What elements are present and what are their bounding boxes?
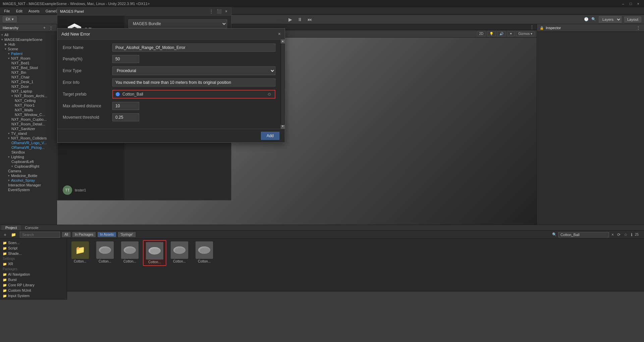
refresh-btn[interactable]: ⟳ (616, 232, 622, 237)
search-input[interactable] (20, 232, 60, 238)
hier-orama-logo[interactable]: ORamaVR_Logo_V... (0, 140, 57, 145)
hier-nxt-cupboard[interactable]: NXT_Room_Cupbo... (0, 117, 57, 122)
hier-nxt-bed-stool[interactable]: NXT_Bed_Stool (0, 65, 57, 70)
hier-cupboard-left[interactable]: CupboardLeft (0, 159, 57, 164)
tree-scripts[interactable]: 📁 Script (0, 245, 67, 251)
layout-dropdown[interactable]: Layout (624, 16, 641, 22)
mages-panel-close-btn[interactable]: × (224, 9, 228, 14)
hier-interaction-manager[interactable]: Interaction Manager (0, 183, 57, 187)
penalty-input[interactable] (112, 55, 139, 63)
error-info-input[interactable] (112, 78, 275, 87)
filter-syringe[interactable]: 'Syringe' (118, 232, 136, 237)
hier-skinbox[interactable]: SkinBox (0, 150, 57, 155)
hier-nxt-desk1[interactable]: NXT_Desk_1 (0, 79, 57, 84)
movement-threshold-input[interactable] (112, 113, 139, 121)
tree-input-system[interactable]: 📁 Input System (0, 293, 67, 298)
hier-nxt-walls[interactable]: NXT_Walls (0, 108, 57, 112)
hier-nxt-detail[interactable]: NXT_Room_Detail... (0, 122, 57, 126)
hier-nxt-laptop[interactable]: NXT_Laptop (0, 89, 57, 94)
cotton-ball-input[interactable] (558, 232, 609, 237)
tree-burst[interactable]: 📁 Burst (0, 277, 67, 282)
hier-camera[interactable]: Camera (0, 169, 57, 173)
hier-nxt-room[interactable]: ▾ NXT_Room (0, 56, 57, 61)
play-button[interactable]: ▶ (287, 17, 293, 22)
hier-lighting[interactable]: ▾ Lighting (0, 155, 57, 159)
hier-nxt-colliders[interactable]: ▾ NXT_Room_Colliders (0, 136, 57, 140)
dialog-scrollbar[interactable]: ▲ ▼ (281, 40, 285, 129)
hier-hub[interactable]: ▶ Hub (0, 42, 57, 47)
hier-nxt-sanitizer[interactable]: NXT_Sanitizer (0, 126, 57, 131)
scroll-thumb[interactable] (281, 44, 284, 124)
close-btn[interactable]: × (635, 2, 641, 6)
hier-all[interactable]: ▾ All (0, 33, 57, 37)
tree-xr[interactable]: 📁 XR (0, 261, 67, 267)
hier-nxt-room-archi[interactable]: ▾ NXT_Room_Archi... (0, 94, 57, 98)
menu-assets[interactable]: Assets (26, 8, 42, 14)
tree-ai-nav[interactable]: 📁 AI Navigation (0, 272, 67, 277)
mages-panel-menu-btn[interactable]: ⋮ (208, 9, 214, 14)
gizmos-btn[interactable]: Gizmos ▾ (516, 31, 535, 36)
menu-file[interactable]: File (1, 8, 13, 14)
asset-folder[interactable]: 📁 Cotton... (68, 240, 92, 266)
hier-nxt-door[interactable]: NXT_Door (0, 84, 57, 89)
add-asset-btn[interactable]: + (3, 232, 7, 237)
hierarchy-menu-btn[interactable]: ⋮ (48, 25, 54, 30)
title-bar-controls[interactable]: – □ × (620, 2, 641, 6)
layers-dropdown[interactable]: Layers (599, 16, 622, 23)
scroll-down[interactable]: ▼ (281, 125, 285, 129)
bundle-select[interactable]: MAGES Bundle (128, 19, 227, 28)
audio-btn[interactable]: 🔊 (497, 31, 506, 36)
hier-scene[interactable]: ▾ Scene (0, 47, 57, 51)
inspector-menu-btn[interactable]: ⋮ (635, 25, 641, 30)
hier-nxt-chair[interactable]: NXT_Chair (0, 75, 57, 79)
asset-cotton-3[interactable]: Cotton... (168, 240, 191, 266)
hier-nxt-bed1[interactable]: NXT_Bed1 (0, 61, 57, 65)
filter-in-packages[interactable]: In Packages (72, 232, 96, 237)
fx-btn[interactable]: ✦ (507, 31, 515, 36)
hier-orama-pictog[interactable]: ORamaVR_Pictog... (0, 145, 57, 150)
error-type-select[interactable]: Procedural (112, 66, 275, 75)
account-dropdown[interactable]: EK ▾ (3, 16, 17, 22)
step-button[interactable]: ⏭ (306, 17, 314, 22)
hier-nxt-floor1[interactable]: NXT_Floor1 (0, 103, 57, 108)
hier-alcohol-spray[interactable]: ▾ Alcohol_Spray (0, 178, 57, 183)
pause-button[interactable]: ⏸ (296, 17, 304, 22)
hier-cupboard-right[interactable]: ▾ CupboardRight (0, 164, 57, 169)
lighting-btn[interactable]: 💡 (487, 31, 496, 36)
star-btn[interactable]: ☆ (623, 232, 629, 237)
hier-nxt-ceiling[interactable]: NXT_Ceiling (0, 98, 57, 103)
hier-patient[interactable]: ▾ Patient (0, 51, 57, 56)
hier-nxt-window[interactable]: NXT_Window_C... (0, 112, 57, 117)
hier-scene-root[interactable]: ▾ MAGESExampleScene (0, 37, 57, 42)
hier-tv-stand[interactable]: ▾ TV_stand (0, 131, 57, 136)
tree-core-rp[interactable]: 📁 Core RP Library (0, 282, 67, 288)
clear-search-btn[interactable]: × (610, 232, 615, 237)
tab-project[interactable]: Project (1, 225, 21, 230)
maximize-btn[interactable]: □ (628, 2, 634, 6)
target-prefab-picker-btn[interactable]: ⊙ (267, 92, 272, 97)
asset-cotton-2[interactable]: Cotton... (143, 240, 166, 266)
hier-nxt-bin[interactable]: NXT_Bin (0, 70, 57, 75)
hier-event-system[interactable]: EventSystem (0, 187, 57, 192)
hierarchy-add-btn[interactable]: + (42, 25, 47, 30)
asset-cotton-1[interactable]: Cotton... (118, 240, 142, 266)
mages-panel-collapse-btn[interactable]: ⬛ (216, 9, 223, 14)
scroll-up[interactable]: ▲ (281, 40, 285, 44)
dialog-close-btn[interactable]: × (278, 31, 281, 37)
max-distance-input[interactable] (112, 102, 139, 110)
folder-btn[interactable]: 📁 (10, 232, 17, 237)
filter-in-assets[interactable]: In Assets (98, 232, 116, 237)
error-name-input[interactable] (112, 44, 275, 52)
tree-scenes[interactable]: 📁 Scen... (0, 240, 67, 245)
menu-edit[interactable]: Edit (13, 8, 25, 14)
add-button[interactable]: Add (261, 132, 279, 140)
asset-cotton-4[interactable]: Cotton... (193, 240, 216, 266)
tree-shaders[interactable]: 📁 Shade... (0, 251, 67, 256)
filter-all[interactable]: All (62, 232, 70, 237)
info-btn[interactable]: ℹ (630, 232, 634, 237)
scene-menu-btn[interactable]: ⋮ (527, 24, 537, 30)
hier-medicine-bottle[interactable]: ▾ Medicine_Bottle (0, 173, 57, 178)
2d-btn[interactable]: 2D (477, 31, 486, 36)
tab-console[interactable]: Console (21, 225, 42, 230)
minimize-btn[interactable]: – (620, 2, 626, 6)
